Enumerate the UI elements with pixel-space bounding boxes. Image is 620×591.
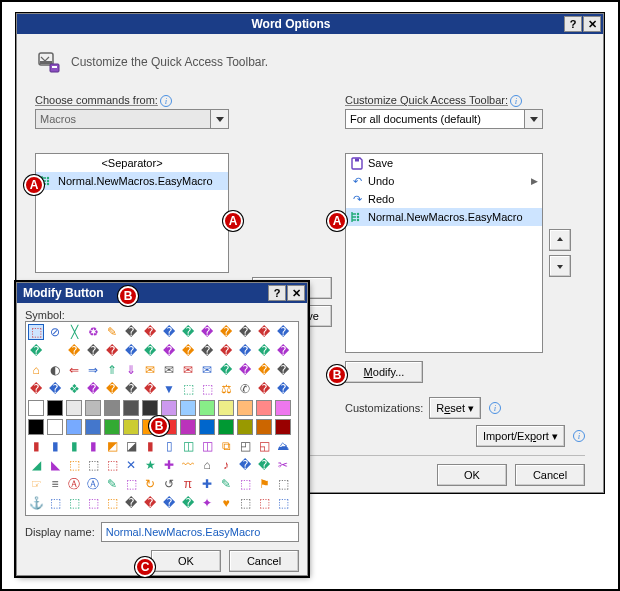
symbol-swatch[interactable]: ▯ [161,438,177,454]
symbol-swatch[interactable]: � [199,343,215,359]
symbol-swatch[interactable]: ☞ [28,476,44,492]
symbol-swatch[interactable]: � [237,362,253,378]
symbol-swatch[interactable] [104,419,120,435]
symbol-swatch[interactable]: ⚑ [256,476,272,492]
symbol-swatch[interactable]: ⊘ [47,324,63,340]
symbol-swatch[interactable]: ★ [142,457,158,473]
symbol-swatch[interactable]: � [256,324,272,340]
symbol-swatch[interactable]: ⬚ [104,495,120,511]
symbol-swatch[interactable]: ⇑ [104,362,120,378]
symbol-swatch[interactable]: ⇓ [123,362,139,378]
symbol-swatch[interactable]: ⬚ [66,495,82,511]
symbol-swatch[interactable]: ✎ [218,476,234,492]
symbol-swatch[interactable]: ▮ [47,438,63,454]
close-button[interactable]: ✕ [583,16,601,32]
symbol-swatch[interactable] [180,419,196,435]
symbol-swatch[interactable]: ▮ [66,438,82,454]
symbol-swatch[interactable] [161,400,177,416]
symbol-swatch[interactable]: � [218,343,234,359]
symbol-swatch[interactable]: � [142,343,158,359]
symbol-swatch[interactable]: � [275,343,291,359]
reset-button[interactable]: Reset ▾Reset ▾ [429,397,481,419]
symbol-swatch[interactable]: � [237,343,253,359]
symbol-swatch[interactable] [256,400,272,416]
symbol-swatch[interactable]: ⬚ [275,495,291,511]
symbol-swatch[interactable]: ⬚ [256,495,272,511]
symbol-swatch[interactable]: � [275,324,291,340]
redo-item[interactable]: ↷ Redo [346,190,542,208]
symbol-swatch[interactable]: ♻ [85,324,101,340]
info-icon[interactable]: i [489,402,501,414]
symbol-swatch[interactable] [47,419,63,435]
move-up-button[interactable] [549,229,571,251]
symbol-swatch[interactable]: � [180,343,196,359]
symbol-swatch[interactable]: ⚖ [218,381,234,397]
symbol-swatch[interactable]: ◱ [256,438,272,454]
symbol-swatch[interactable] [85,419,101,435]
symbol-swatch[interactable]: � [85,381,101,397]
symbol-swatch[interactable]: � [256,362,272,378]
symbol-swatch[interactable] [85,400,101,416]
symbol-swatch[interactable]: ▮ [85,438,101,454]
symbol-swatch[interactable]: ▮ [28,438,44,454]
info-icon[interactable]: i [510,95,522,107]
help-button[interactable]: ? [564,16,582,32]
symbol-swatch[interactable]: � [256,457,272,473]
save-item[interactable]: Save [346,154,542,172]
symbol-swatch[interactable]: � [218,324,234,340]
symbol-swatch[interactable]: ✎ [104,324,120,340]
modify-button[interactable]: Modify...Modify... [345,361,423,383]
symbol-swatch[interactable]: � [28,381,44,397]
symbol-swatch[interactable]: ⬚ [123,476,139,492]
symbol-swatch[interactable] [28,419,44,435]
symbol-swatch[interactable] [237,419,253,435]
symbol-swatch[interactable]: ⬚ [66,457,82,473]
symbol-swatch[interactable]: ↻ [142,476,158,492]
symbol-swatch[interactable]: ◐ [47,362,63,378]
symbol-swatch[interactable]: � [275,362,291,378]
move-down-button[interactable] [549,255,571,277]
symbol-swatch[interactable]: � [161,324,177,340]
symbol-swatch[interactable]: π [180,476,196,492]
symbol-swatch[interactable]: ⬚ [28,324,44,340]
macro-item-right[interactable]: Normal.NewMacros.EasyMacro [346,208,542,226]
symbol-swatch[interactable]: ⌂ [28,362,44,378]
display-name-input[interactable] [101,522,299,542]
symbol-swatch[interactable] [123,419,139,435]
ok-button[interactable]: OK [437,464,507,486]
symbol-swatch[interactable]: ✚ [161,457,177,473]
customize-qat-dropdown[interactable]: For all documents (default) [345,109,543,129]
info-icon[interactable]: i [573,430,585,442]
symbol-swatch[interactable]: ✦ [199,495,215,511]
symbol-swatch[interactable]: ♪ [218,457,234,473]
symbol-swatch[interactable]: ⇐ [66,362,82,378]
import-export-button[interactable]: Import/Export ▾Import/Export ▾ [476,425,565,447]
symbol-swatch[interactable]: � [123,381,139,397]
symbol-swatch[interactable]: ♥ [218,495,234,511]
symbol-swatch[interactable]: � [237,457,253,473]
separator-row[interactable]: <Separator> [36,154,228,172]
symbol-swatch[interactable]: Ⓐ [66,476,82,492]
qat-listbox[interactable]: Save ↶ Undo ▶ ↷ Redo [345,153,543,353]
symbol-swatch[interactable]: � [142,381,158,397]
symbol-swatch[interactable]: � [161,343,177,359]
symbol-swatch[interactable] [104,400,120,416]
symbol-swatch[interactable]: ⛰ [275,438,291,454]
close-button[interactable]: ✕ [287,285,305,301]
symbol-swatch[interactable] [66,400,82,416]
symbol-swatch[interactable]: ◫ [199,438,215,454]
symbol-swatch[interactable] [123,400,139,416]
symbol-swatch[interactable] [199,419,215,435]
symbol-swatch[interactable]: � [161,495,177,511]
symbol-swatch[interactable] [256,419,272,435]
symbol-swatch[interactable] [28,400,44,416]
symbol-swatch[interactable]: � [123,324,139,340]
macro-item-left[interactable]: Normal.NewMacros.EasyMacro [36,172,228,190]
symbol-swatch[interactable]: ❖ [66,381,82,397]
symbol-swatch[interactable]: ⌂ [199,457,215,473]
symbol-swatch[interactable] [218,400,234,416]
symbol-swatch[interactable]: � [123,343,139,359]
symbol-swatch[interactable] [142,400,158,416]
symbol-swatch[interactable]: � [237,324,253,340]
symbol-swatch[interactable]: ⇒ [85,362,101,378]
